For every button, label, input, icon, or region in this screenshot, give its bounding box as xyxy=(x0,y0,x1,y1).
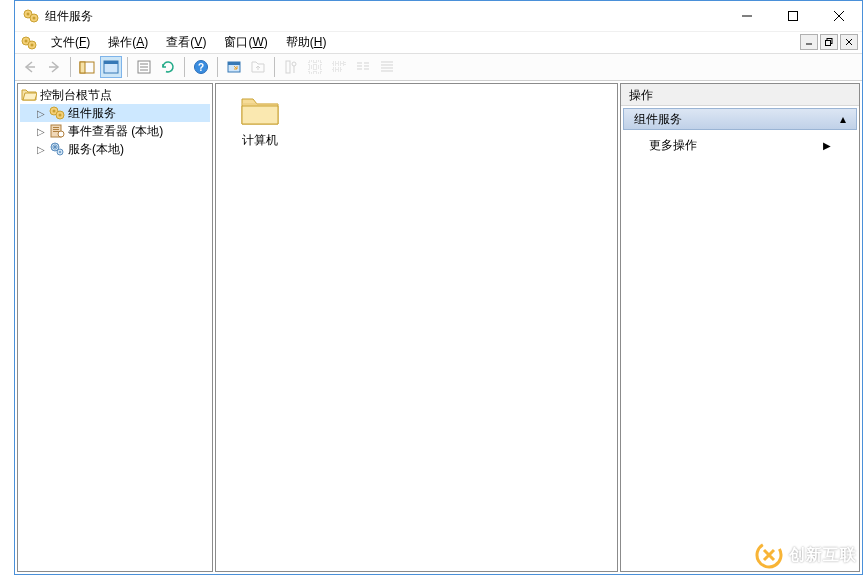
expander-icon[interactable]: ▷ xyxy=(34,124,48,138)
back-arrow-icon xyxy=(22,59,38,75)
menu-file[interactable]: 文件(F) xyxy=(43,32,98,53)
actions-link-more[interactable]: 更多操作 ▶ xyxy=(621,132,859,159)
actions-pane-button[interactable] xyxy=(100,56,122,78)
menu-help-key: H xyxy=(314,35,323,49)
menu-window-key: W xyxy=(252,35,263,49)
help-button[interactable]: ? xyxy=(190,56,212,78)
status-toggle-icon xyxy=(283,59,299,75)
mdi-minimize-icon xyxy=(805,38,813,46)
menu-help-label: 帮助 xyxy=(286,35,310,49)
maximize-icon xyxy=(788,11,798,21)
svg-point-61 xyxy=(54,146,57,149)
close-icon xyxy=(834,11,844,21)
svg-rect-40 xyxy=(338,68,341,71)
actions-section-title[interactable]: 组件服务 ▴ xyxy=(623,108,857,130)
svg-rect-37 xyxy=(338,62,341,65)
minimize-icon xyxy=(742,11,752,21)
mdi-restore-icon xyxy=(825,38,833,46)
tree-node-component-services[interactable]: ▷ 组件服务 xyxy=(20,104,210,122)
mdi-restore-button[interactable] xyxy=(820,34,838,50)
toolbar-separator xyxy=(127,57,128,77)
tree-root-node[interactable]: 控制台根节点 xyxy=(20,86,210,104)
msdtc-stats-button xyxy=(280,56,302,78)
svg-rect-36 xyxy=(333,62,336,65)
toolbar-separator xyxy=(274,57,275,77)
main-window: 组件服务 文件(F) 操作(A) 查看(V) 窗口(W) 帮助(H) xyxy=(14,0,863,575)
svg-rect-20 xyxy=(104,61,118,64)
window-from-here-button[interactable] xyxy=(223,56,245,78)
window-icon xyxy=(226,59,242,75)
refresh-button[interactable] xyxy=(157,56,179,78)
actions-header: 操作 xyxy=(621,84,859,106)
svg-rect-14 xyxy=(826,41,831,46)
forward-arrow-icon xyxy=(46,59,62,75)
view-large-icons-button xyxy=(304,56,326,78)
mdi-close-icon xyxy=(845,38,853,46)
component-services-icon xyxy=(23,8,39,24)
details-icon xyxy=(379,59,395,75)
actions-pane-icon xyxy=(103,59,119,75)
menu-action[interactable]: 操作(A) xyxy=(100,32,156,53)
svg-rect-28 xyxy=(228,62,240,65)
menubar: 文件(F) 操作(A) 查看(V) 窗口(W) 帮助(H) xyxy=(15,31,862,53)
svg-point-54 xyxy=(59,114,62,117)
folder-up-icon xyxy=(250,59,266,75)
menu-action-label: 操作 xyxy=(108,35,132,49)
menu-view[interactable]: 查看(V) xyxy=(158,32,214,53)
tree-node-services[interactable]: ▷ 服务(本地) xyxy=(20,140,210,158)
help-icon: ? xyxy=(193,59,209,75)
collapse-up-icon: ▴ xyxy=(840,112,846,126)
tree-root-label: 控制台根节点 xyxy=(40,87,112,104)
services-icon xyxy=(49,141,65,157)
svg-rect-5 xyxy=(789,12,798,21)
list-icon xyxy=(355,59,371,75)
mdi-minimize-button[interactable] xyxy=(800,34,818,50)
svg-rect-56 xyxy=(53,127,59,128)
menu-file-label: 文件 xyxy=(51,35,75,49)
svg-rect-39 xyxy=(333,68,336,71)
svg-rect-58 xyxy=(53,131,59,132)
expander-icon[interactable]: ▷ xyxy=(34,106,48,120)
tree-node-label: 组件服务 xyxy=(68,105,116,122)
tree-node-event-viewer[interactable]: ▷ 事件查看器 (本地) xyxy=(20,122,210,140)
menu-view-key: V xyxy=(194,35,202,49)
small-icons-icon xyxy=(331,59,347,75)
svg-rect-18 xyxy=(80,62,85,73)
forward-button xyxy=(43,56,65,78)
expander-icon[interactable]: ▷ xyxy=(34,142,48,156)
menu-help[interactable]: 帮助(H) xyxy=(278,32,335,53)
submenu-arrow-icon: ▶ xyxy=(823,140,831,151)
component-services-icon xyxy=(21,35,37,51)
svg-point-2 xyxy=(27,13,30,16)
console-tree-icon xyxy=(79,59,95,75)
actions-section-label: 组件服务 xyxy=(634,111,682,128)
content-pane[interactable]: 计算机 xyxy=(215,83,618,572)
toolbar-separator xyxy=(184,57,185,77)
close-button[interactable] xyxy=(816,1,862,31)
show-hide-tree-button[interactable] xyxy=(76,56,98,78)
menu-window-label: 窗口 xyxy=(224,35,248,49)
actions-pane: 操作 组件服务 ▴ 更多操作 ▶ xyxy=(620,83,860,572)
up-one-level-button xyxy=(247,56,269,78)
large-icons-icon xyxy=(307,59,323,75)
maximize-button[interactable] xyxy=(770,1,816,31)
menu-file-key: F xyxy=(79,35,86,49)
tree-pane[interactable]: 控制台根节点 ▷ 组件服务 ▷ 事件查看器 (本地) ▷ 服务(本地) xyxy=(17,83,213,572)
svg-rect-33 xyxy=(316,61,321,66)
content-item-computer[interactable]: 计算机 xyxy=(222,90,298,153)
back-button xyxy=(19,56,41,78)
properties-icon xyxy=(136,59,152,75)
mdi-controls xyxy=(800,34,858,50)
svg-rect-29 xyxy=(286,61,290,73)
svg-rect-38 xyxy=(343,62,345,65)
window-controls xyxy=(724,1,862,31)
svg-point-30 xyxy=(292,62,296,66)
minimize-button[interactable] xyxy=(724,1,770,31)
properties-button[interactable] xyxy=(133,56,155,78)
mdi-close-button[interactable] xyxy=(840,34,858,50)
menu-window[interactable]: 窗口(W) xyxy=(216,32,275,53)
component-services-icon xyxy=(49,105,65,121)
svg-point-53 xyxy=(53,110,56,113)
toolbar-separator xyxy=(217,57,218,77)
menu-view-label: 查看 xyxy=(166,35,190,49)
